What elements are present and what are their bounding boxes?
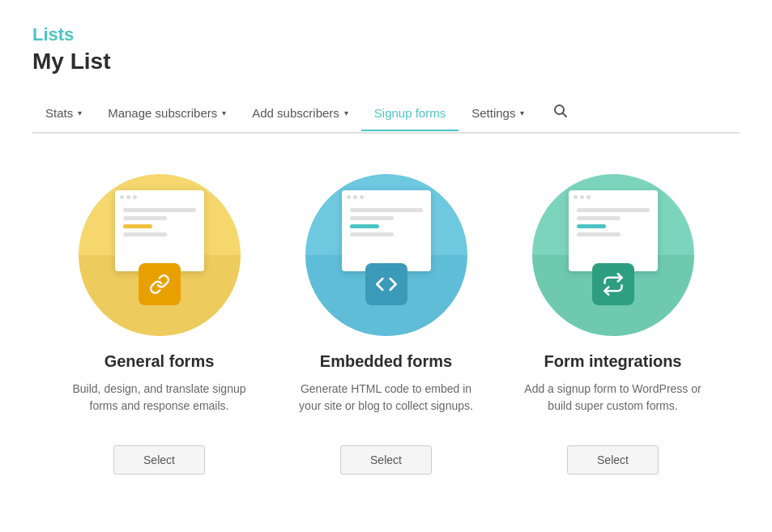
code-icon bbox=[365, 263, 407, 305]
nav-item-settings[interactable]: Settings ▾ bbox=[459, 96, 537, 131]
nav-item-stats[interactable]: Stats ▾ bbox=[32, 96, 95, 131]
chevron-down-icon: ▾ bbox=[222, 109, 226, 117]
card-form-integrations: Form integrations Add a signup form to W… bbox=[524, 174, 702, 475]
nav-item-signup-forms[interactable]: Signup forms bbox=[361, 96, 459, 131]
breadcrumb[interactable]: Lists bbox=[32, 24, 740, 45]
page-title: My List bbox=[32, 49, 740, 74]
chevron-down-icon: ▾ bbox=[344, 109, 348, 117]
card-desc-general: Build, design, and translate signup form… bbox=[70, 381, 249, 429]
nav-item-manage-subscribers[interactable]: Manage subscribers ▾ bbox=[95, 96, 239, 131]
card-title-embedded: Embedded forms bbox=[320, 352, 452, 371]
browser-window bbox=[342, 190, 431, 271]
card-general-forms: General forms Build, design, and transla… bbox=[70, 174, 249, 475]
page-wrapper: Lists My List Stats ▾ Manage subscribers… bbox=[0, 0, 772, 523]
search-icon[interactable] bbox=[547, 94, 574, 132]
select-button-integrations[interactable]: Select bbox=[567, 445, 659, 475]
transfer-icon bbox=[592, 263, 634, 305]
link-icon bbox=[139, 263, 181, 305]
card-title-integrations: Form integrations bbox=[544, 352, 681, 371]
svg-line-1 bbox=[563, 113, 567, 117]
card-icon-integrations bbox=[532, 174, 694, 336]
card-icon-embedded bbox=[305, 174, 467, 336]
chevron-down-icon: ▾ bbox=[78, 109, 82, 117]
chevron-down-icon: ▾ bbox=[520, 109, 524, 117]
card-embedded-forms: Embedded forms Generate HTML code to emb… bbox=[297, 174, 476, 475]
select-button-general[interactable]: Select bbox=[113, 445, 205, 475]
card-icon-general bbox=[79, 174, 241, 336]
select-button-embedded[interactable]: Select bbox=[340, 445, 432, 475]
browser-window bbox=[569, 190, 658, 271]
nav-bar: Stats ▾ Manage subscribers ▾ Add subscri… bbox=[32, 94, 740, 134]
card-desc-integrations: Add a signup form to WordPress or build … bbox=[524, 381, 702, 429]
nav-item-add-subscribers[interactable]: Add subscribers ▾ bbox=[239, 96, 361, 131]
card-desc-embedded: Generate HTML code to embed in your site… bbox=[297, 381, 476, 429]
card-title-general: General forms bbox=[104, 352, 215, 371]
browser-window bbox=[115, 190, 204, 271]
cards-container: General forms Build, design, and transla… bbox=[32, 166, 740, 475]
